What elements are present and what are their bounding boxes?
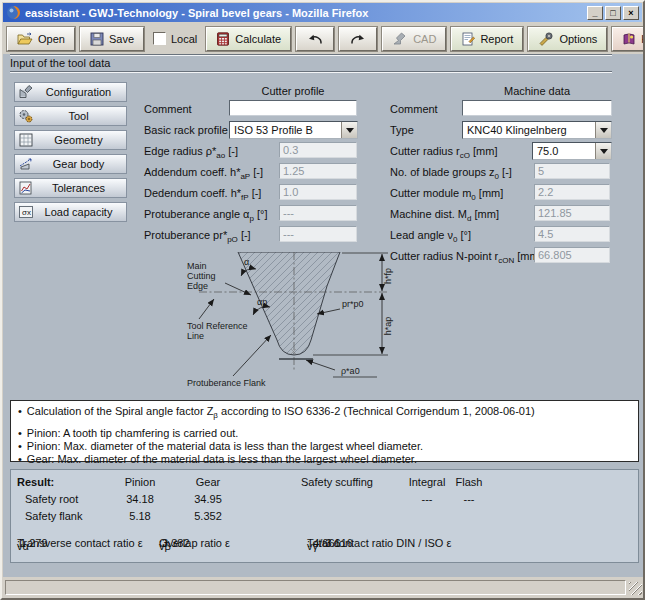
- calculator-icon: [216, 32, 230, 46]
- options-button[interactable]: Options: [528, 27, 607, 51]
- local-checkbox[interactable]: [153, 32, 166, 45]
- sidebar-item-geometry[interactable]: Geometry: [14, 130, 127, 150]
- undo-arrow-icon: [306, 33, 324, 45]
- addendum-coeff-input[interactable]: [279, 163, 357, 179]
- main-toolbar: Open Save Local Calcu: [3, 23, 642, 54]
- load-capacity-sigma-icon: σx: [18, 204, 34, 220]
- report-button[interactable]: Report: [451, 27, 523, 51]
- dedendum-coeff-input[interactable]: [279, 184, 357, 200]
- tool-gears-icon: [18, 108, 34, 124]
- sidebar-item-tool[interactable]: Tool: [14, 106, 127, 126]
- message-line: • Calculation of the Spiral angle factor…: [18, 405, 631, 419]
- diagram-label-rho: ρ*a0: [341, 366, 360, 376]
- diagram-label-hfp: h*fp: [383, 268, 393, 284]
- cutter-module-input[interactable]: [534, 184, 610, 200]
- diagram-label-pr: pr*p0: [342, 299, 364, 309]
- geometry-grid-icon: [18, 132, 34, 148]
- protuberance-angle-label: Protuberance angle αp [°]: [144, 208, 267, 220]
- diagram-label-main-2: Cutting: [187, 271, 216, 281]
- transverse-contact-ratio: Transverse contact ratio εvα: 1.279: [17, 537, 20, 549]
- redo-button[interactable]: [339, 27, 377, 51]
- edge-radius-input[interactable]: [279, 142, 357, 158]
- status-bar: [3, 577, 644, 597]
- chevron-down-icon[interactable]: [595, 122, 611, 138]
- tolerances-chart-icon: [18, 180, 34, 196]
- protuberance-pr-input[interactable]: [279, 226, 357, 242]
- resize-grip-icon[interactable]: [629, 582, 642, 595]
- diagram-label-alpha-p: αp: [257, 297, 267, 307]
- cutter-radius-dropdown[interactable]: 75.0: [532, 142, 612, 160]
- protuberance-pr-label: Protuberance pr*pO [-]: [144, 229, 251, 241]
- cutter-radius-label: Cutter radius rcO [mm]: [390, 145, 497, 157]
- close-button[interactable]: ×: [623, 6, 639, 20]
- sidebar-item-tolerances[interactable]: Tolerances: [14, 178, 127, 198]
- open-button[interactable]: Open: [7, 27, 75, 51]
- minimize-button[interactable]: _: [587, 6, 603, 20]
- diagram-label-main-1: Main: [187, 261, 207, 271]
- cutter-comment-input[interactable]: [229, 100, 357, 116]
- machine-comment-input[interactable]: [462, 100, 612, 116]
- chevron-down-icon[interactable]: [595, 143, 611, 159]
- messages-box: • Calculation of the Spiral angle factor…: [10, 400, 639, 462]
- safety-flank-label: Safety flank: [25, 510, 82, 522]
- machine-type-dropdown[interactable]: KNC40 Klingelnberg: [462, 121, 612, 139]
- edge-radius-label: Edge radius ρ*ao [-]: [144, 145, 238, 157]
- cutter-radius-n-point-input[interactable]: [534, 247, 610, 263]
- sidebar-item-gear-body[interactable]: Gear body: [14, 154, 127, 174]
- firefox-icon: [6, 5, 21, 20]
- bullet-icon: •: [18, 453, 22, 466]
- help-button[interactable]: Help: [612, 27, 645, 51]
- safety-root-gear: 34.95: [194, 493, 222, 505]
- diagram-label-hap: h*ap: [383, 317, 393, 336]
- blade-groups-label: No. of blade groups z0 [-]: [390, 166, 512, 178]
- status-field: [5, 580, 626, 595]
- bullet-icon: •: [18, 405, 22, 419]
- machine-dist-input[interactable]: [534, 205, 610, 221]
- diagram-label-ref-2: Line: [187, 331, 204, 341]
- machine-comment-label: Comment: [390, 103, 438, 115]
- safety-flank-gear: 5.352: [194, 510, 222, 522]
- machine-data-title: Machine data: [452, 85, 622, 97]
- lead-angle-input[interactable]: [534, 226, 610, 242]
- calculate-button[interactable]: Calculate: [206, 27, 291, 51]
- protuberance-angle-input[interactable]: [279, 205, 357, 221]
- window-title: eassistant - GWJ-Technology - Spiral bev…: [25, 7, 587, 19]
- title-separator: [10, 71, 612, 73]
- message-line: • Gear: Max. diameter of the material da…: [18, 453, 631, 466]
- total-contact-ratio: Total contact ratio DIN / ISO εvγ: 4.661…: [307, 537, 325, 549]
- page-title: Input of the tool data: [10, 57, 110, 69]
- message-line: • Pinion: A tooth tip chamfering is carr…: [18, 427, 631, 440]
- local-label: Local: [171, 33, 197, 45]
- save-button[interactable]: Save: [80, 27, 144, 51]
- machine-dist-label: Machine dist. Md [mm]: [390, 208, 499, 220]
- column-header-integral: Integral: [409, 476, 446, 488]
- title-bar: eassistant - GWJ-Technology - Spiral bev…: [3, 3, 642, 22]
- column-header-scuffing: Safety scuffing: [301, 476, 373, 488]
- cutter-profile-diagram: Main Cutting Edge Tool Reference Line Pr…: [185, 252, 422, 394]
- cutter-profile-title: Cutter profile: [208, 85, 378, 97]
- dedendum-coeff-label: Dedendum coeff. h*fP [-]: [144, 187, 261, 199]
- result-title: Result:: [17, 476, 54, 488]
- cutter-module-label: Cutter module m0 [mm]: [390, 187, 503, 199]
- chevron-down-icon[interactable]: [341, 122, 357, 138]
- diagram-label-protuberance: Protuberance Flank: [187, 378, 266, 388]
- lead-angle-label: Lead angle ν0 [°]: [390, 229, 471, 241]
- svg-text:σx: σx: [22, 208, 31, 217]
- maximize-button[interactable]: □: [605, 6, 621, 20]
- diagram-label-main-3: Edge: [187, 281, 208, 291]
- app-window: eassistant - GWJ-Technology - Spiral bev…: [0, 0, 645, 600]
- undo-button[interactable]: [296, 27, 334, 51]
- configuration-icon: [18, 84, 34, 100]
- column-header-gear: Gear: [196, 476, 220, 488]
- basic-rack-profile-dropdown[interactable]: ISO 53 Profile B: [229, 121, 358, 139]
- local-option: Local: [149, 32, 201, 45]
- sidebar-item-configuration[interactable]: Configuration: [14, 82, 127, 102]
- bullet-icon: •: [18, 427, 22, 440]
- overlap-ratio: Overlap ratio εvβ: 3.382: [159, 537, 162, 549]
- toolbar-separator: [10, 54, 612, 56]
- sidebar-item-load-capacity[interactable]: σx Load capacity: [14, 202, 127, 222]
- report-document-icon: [461, 32, 475, 46]
- blade-groups-input[interactable]: [534, 163, 610, 179]
- diagram-label-alpha: α: [244, 257, 249, 267]
- basic-rack-profile-label: Basic rack profile: [144, 124, 228, 136]
